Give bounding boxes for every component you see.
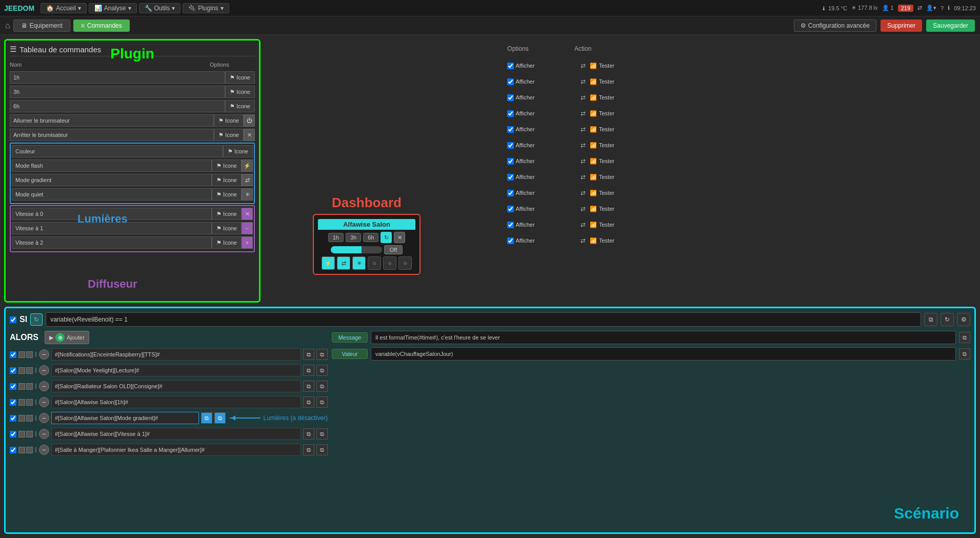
notification-badge[interactable]: 219 xyxy=(898,5,913,12)
user-icon[interactable]: 👤▾ xyxy=(926,5,936,11)
cmd-icon-btn-vitesse0[interactable]: ⚑ Icone xyxy=(212,208,242,220)
cmd-extra-arreter[interactable]: ✕ xyxy=(244,129,255,141)
widget-icon-gradient[interactable]: ⇄ xyxy=(337,256,350,270)
afficher-check-6[interactable] xyxy=(507,158,514,165)
tester-btn-2[interactable]: 📶 Tester xyxy=(590,94,614,101)
action-minus-4[interactable]: − xyxy=(39,413,49,423)
cmd-extra-vitesse1[interactable]: − xyxy=(242,222,253,234)
afficher-check-8[interactable] xyxy=(507,190,514,196)
si-settings-btn[interactable]: ⚙ xyxy=(957,313,970,326)
tester-btn-10[interactable]: 📶 Tester xyxy=(590,222,614,228)
tester-btn-11[interactable]: 📶 Tester xyxy=(590,237,614,244)
afficher-check-7[interactable] xyxy=(507,174,514,181)
si-copy-btn[interactable]: ⧉ xyxy=(924,313,937,326)
action-minus-3[interactable]: − xyxy=(39,397,49,407)
action-check-6[interactable] xyxy=(10,447,16,453)
action-copy-0b[interactable]: ⧉ xyxy=(316,349,328,360)
nav-accueil[interactable]: 🏠 Accueil ▾ xyxy=(41,3,87,13)
cmd-icon-btn-vitesse2[interactable]: ⚑ Icone xyxy=(212,236,242,249)
tester-btn-0[interactable]: 📶 Tester xyxy=(590,63,614,69)
action-copy-5a[interactable]: ⧉ xyxy=(303,428,314,440)
cmd-icon-btn-couleur[interactable]: ⚑ Icone xyxy=(223,145,253,157)
action-drag-0[interactable]: I xyxy=(35,350,37,358)
widget-icon-v2[interactable]: ○ xyxy=(398,256,412,270)
cmd-icon-btn-allumer[interactable]: ⚑ Icone xyxy=(214,114,244,127)
widget-btn-x[interactable]: ✕ xyxy=(394,232,405,243)
cmd-icon-btn-flash[interactable]: ⚑ Icone xyxy=(212,160,242,172)
afficher-check-10[interactable] xyxy=(507,222,514,228)
action-copy-1b[interactable]: ⧉ xyxy=(316,365,328,376)
ajouter-btn[interactable]: ▶ ⊕ Ajouter xyxy=(45,331,89,344)
si-refresh2-btn[interactable]: ↻ xyxy=(941,313,954,326)
action-check-0[interactable] xyxy=(10,351,16,358)
cmd-icon-btn-vitesse1[interactable]: ⚑ Icone xyxy=(212,222,242,234)
tester-btn-4[interactable]: 📶 Tester xyxy=(590,126,614,133)
param-input-valeur[interactable] xyxy=(371,347,956,361)
action-copy-4a[interactable]: ⧉ xyxy=(201,412,212,424)
cmd-extra-vitesse0[interactable]: ✕ xyxy=(242,208,253,220)
action-copy-6a[interactable]: ⧉ xyxy=(303,444,314,455)
action-minus-0[interactable]: − xyxy=(39,349,49,360)
config-avancee-button[interactable]: ⚙ Configuration avancée xyxy=(794,19,876,32)
cmd-icon-btn-gradient[interactable]: ⚑ Icone xyxy=(212,174,242,186)
cmd-extra-allumer[interactable]: ⏻ xyxy=(244,114,255,127)
widget-btn-1h[interactable]: 1h xyxy=(328,233,344,242)
si-checkbox[interactable] xyxy=(10,316,16,323)
afficher-check-4[interactable] xyxy=(507,126,514,133)
tester-btn-3[interactable]: 📶 Tester xyxy=(590,110,614,117)
widget-btn-6h[interactable]: 6h xyxy=(363,233,378,242)
action-copy-0a[interactable]: ⧉ xyxy=(303,349,314,360)
widget-icon-flash[interactable]: ⚡ xyxy=(322,256,335,270)
action-copy-5b[interactable]: ⧉ xyxy=(316,428,328,440)
param-copy-message[interactable]: ⧉ xyxy=(959,332,970,343)
widget-off-btn[interactable]: Off xyxy=(384,245,403,254)
afficher-check-0[interactable] xyxy=(507,63,514,69)
afficher-check-9[interactable] xyxy=(507,206,514,212)
widget-icon-v1[interactable]: ○ xyxy=(383,256,396,270)
cmd-icon-btn-3h[interactable]: ⚑ Icone xyxy=(225,86,255,98)
info-icon[interactable]: ℹ xyxy=(948,5,950,11)
widget-slider[interactable] xyxy=(331,246,382,253)
widget-icon-quiet[interactable]: ✳ xyxy=(352,256,366,270)
action-minus-6[interactable]: − xyxy=(39,445,49,455)
action-copy-1a[interactable]: ⧉ xyxy=(303,365,314,376)
action-drag-3[interactable]: I xyxy=(35,398,37,406)
action-check-4[interactable] xyxy=(10,415,16,422)
cmd-extra-gradient[interactable]: ⇄ xyxy=(242,174,253,186)
tester-btn-9[interactable]: 📶 Tester xyxy=(590,206,614,212)
tester-btn-7[interactable]: 📶 Tester xyxy=(590,174,614,181)
action-drag-4[interactable]: I xyxy=(35,414,37,422)
afficher-check-11[interactable] xyxy=(507,237,514,244)
widget-btn-rotate[interactable]: ↻ xyxy=(381,232,392,243)
afficher-check-3[interactable] xyxy=(507,110,514,117)
nav-outils[interactable]: 🔧 Outils ▾ xyxy=(139,3,181,13)
cmd-icon-btn-6h[interactable]: ⚑ Icone xyxy=(225,100,255,112)
action-copy-3b[interactable]: ⧉ xyxy=(316,396,328,408)
cmd-extra-quiet[interactable]: ✳ xyxy=(242,188,253,201)
tester-btn-8[interactable]: 📶 Tester xyxy=(590,190,614,196)
afficher-check-1[interactable] xyxy=(507,78,514,85)
cmd-extra-vitesse2[interactable]: + xyxy=(242,236,253,249)
tester-btn-5[interactable]: 📶 Tester xyxy=(590,142,614,149)
action-drag-5[interactable]: I xyxy=(35,430,37,438)
cmd-icon-btn-arreter[interactable]: ⚑ Icone xyxy=(214,129,244,141)
action-copy-2b[interactable]: ⧉ xyxy=(316,381,328,392)
nav-analyse[interactable]: 📊 Analyse ▾ xyxy=(89,3,137,13)
widget-icon-v0[interactable]: ○ xyxy=(368,256,381,270)
action-check-1[interactable] xyxy=(10,367,16,374)
afficher-check-5[interactable] xyxy=(507,142,514,149)
widget-btn-3h[interactable]: 3h xyxy=(346,233,361,242)
si-condition-input[interactable] xyxy=(46,312,921,327)
action-copy-3a[interactable]: ⧉ xyxy=(303,396,314,408)
param-copy-valeur[interactable]: ⧉ xyxy=(959,348,970,360)
cmd-icon-btn-quiet[interactable]: ⚑ Icone xyxy=(212,188,242,201)
action-minus-5[interactable]: − xyxy=(39,429,49,439)
cmd-icon-btn-1h[interactable]: ⚑ Icone xyxy=(225,71,255,84)
param-input-message[interactable] xyxy=(371,331,956,344)
tester-btn-6[interactable]: 📶 Tester xyxy=(590,158,614,165)
action-check-3[interactable] xyxy=(10,399,16,406)
tester-btn-1[interactable]: 📶 Tester xyxy=(590,78,614,85)
action-check-2[interactable] xyxy=(10,383,16,390)
tab-commandes[interactable]: ≡ Commandes xyxy=(73,19,130,32)
action-copy-6b[interactable]: ⧉ xyxy=(316,444,328,455)
